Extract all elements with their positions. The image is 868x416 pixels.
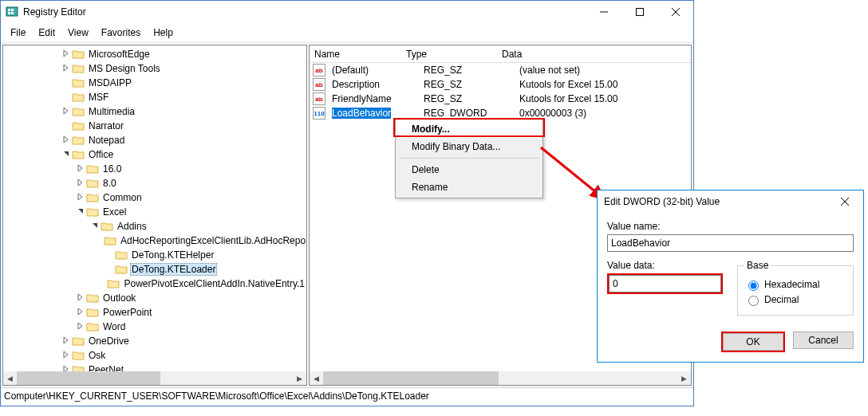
- base-group: Base Hexadecimal Decimal: [737, 260, 854, 316]
- tree-item[interactable]: MicrosoftEdge: [3, 47, 306, 61]
- tree-expander[interactable]: [75, 322, 86, 332]
- value-data: 0x00000003 (3): [515, 108, 691, 119]
- dialog-close-button[interactable]: [833, 190, 857, 213]
- dialog-titlebar[interactable]: Edit DWORD (32-bit) Value: [598, 190, 863, 213]
- tree-item[interactable]: MS Design Tools: [3, 61, 306, 76]
- value-name: LoadBehavior: [332, 108, 391, 119]
- window-title: Registry Editor: [23, 6, 586, 18]
- tree-label: Excel: [101, 206, 128, 218]
- tree-item[interactable]: Osk: [3, 348, 306, 363]
- tree-label: MSF: [87, 92, 110, 103]
- menu-favorites[interactable]: Favorites: [95, 25, 147, 41]
- titlebar[interactable]: Registry Editor: [1, 1, 693, 23]
- value-type: REG_DWORD: [419, 108, 515, 119]
- radio-hex[interactable]: [748, 281, 759, 291]
- tree-item[interactable]: AdHocReportingExcelClientLib.AdHocReport…: [3, 234, 306, 248]
- ctx-delete[interactable]: Delete: [397, 161, 541, 179]
- tree-item[interactable]: Narrator: [3, 119, 306, 133]
- tree-item[interactable]: Addins: [3, 219, 306, 234]
- maximize-button[interactable]: [621, 1, 657, 23]
- tree-item[interactable]: Excel: [3, 205, 306, 219]
- menu-help[interactable]: Help: [147, 25, 180, 41]
- col-header-data[interactable]: Data: [497, 46, 691, 62]
- cancel-button[interactable]: Cancel: [793, 332, 854, 349]
- tree-item[interactable]: OneDrive: [3, 334, 306, 348]
- registry-editor-window: Registry Editor File Edit View Favorites…: [0, 0, 694, 406]
- tree-item[interactable]: DeTong.KTELoader: [3, 262, 306, 277]
- tree-label: 8.0: [101, 178, 118, 189]
- value-data-input[interactable]: [609, 275, 721, 292]
- value-data: Kutools for Excel 15.00: [515, 93, 691, 104]
- col-header-type[interactable]: Type: [401, 46, 497, 62]
- tree-label: Outlook: [101, 292, 137, 304]
- tree-expander[interactable]: [89, 222, 101, 231]
- menu-view[interactable]: View: [61, 25, 95, 41]
- tree-expander[interactable]: [75, 164, 86, 174]
- value-type: REG_SZ: [419, 93, 515, 104]
- tree-pane[interactable]: MicrosoftEdgeMS Design ToolsMSDAIPPMSFMu…: [2, 45, 307, 386]
- scroll-thumb[interactable]: [17, 371, 160, 385]
- ctx-modify-binary[interactable]: Modify Binary Data...: [397, 138, 541, 155]
- tree-item[interactable]: PowerPivotExcelClientAddIn.NativeEntry.1: [3, 277, 306, 291]
- tree-expander[interactable]: [61, 49, 72, 59]
- tree-label: Common: [101, 192, 144, 203]
- value-data: Kutools for Excel 15.00: [515, 79, 691, 90]
- close-button[interactable]: [657, 1, 693, 23]
- tree-label: Narrator: [87, 120, 125, 131]
- svg-rect-6: [636, 9, 643, 16]
- scroll-left-icon[interactable]: ◀: [310, 371, 323, 385]
- value-icon: 110: [313, 107, 326, 120]
- app-icon: [6, 5, 18, 20]
- tree-expander[interactable]: [61, 107, 72, 116]
- tree-item[interactable]: Word: [3, 320, 306, 334]
- tree-expander[interactable]: [61, 135, 72, 145]
- list-row[interactable]: abDescriptionREG_SZKutools for Excel 15.…: [310, 77, 691, 92]
- scroll-left-icon[interactable]: ◀: [3, 371, 17, 385]
- tree-label: MicrosoftEdge: [87, 49, 152, 60]
- tree-item[interactable]: Multimedia: [3, 104, 306, 119]
- menu-file[interactable]: File: [4, 25, 32, 41]
- list-header: Name Type Data: [310, 45, 691, 63]
- tree-expander[interactable]: [61, 64, 72, 73]
- tree-expander[interactable]: [61, 351, 72, 360]
- tree-expander[interactable]: [75, 207, 86, 217]
- value-data: (value not set): [515, 65, 691, 76]
- tree-label: Word: [101, 321, 127, 332]
- list-hscrollbar[interactable]: ◀ ▶: [310, 371, 691, 385]
- tree-item[interactable]: 8.0: [3, 176, 306, 190]
- tree-expander[interactable]: [75, 293, 86, 303]
- tree-expander[interactable]: [75, 179, 86, 188]
- minimize-button[interactable]: [586, 1, 621, 23]
- scroll-thumb[interactable]: [323, 371, 499, 385]
- tree-label: Multimedia: [87, 106, 136, 117]
- tree-label: Office: [87, 149, 115, 160]
- tree-label: OneDrive: [87, 336, 131, 347]
- tree-item[interactable]: Common: [3, 190, 306, 205]
- tree-expander[interactable]: [75, 308, 86, 317]
- value-type: REG_SZ: [419, 79, 515, 90]
- tree-item[interactable]: Notepad: [3, 133, 306, 147]
- scroll-right-icon[interactable]: ▶: [293, 371, 306, 385]
- col-header-name[interactable]: Name: [310, 46, 401, 62]
- menu-edit[interactable]: Edit: [32, 25, 61, 41]
- tree-item[interactable]: DeTong.KTEHelper: [3, 248, 306, 262]
- tree-hscrollbar[interactable]: ◀ ▶: [3, 371, 306, 385]
- list-row[interactable]: abFriendlyNameREG_SZKutools for Excel 15…: [310, 92, 691, 106]
- tree-expander[interactable]: [61, 150, 72, 159]
- list-row[interactable]: ab(Default)REG_SZ(value not set): [310, 63, 691, 77]
- tree-item[interactable]: Outlook: [3, 291, 306, 305]
- ok-button[interactable]: OK: [723, 333, 783, 351]
- scroll-right-icon[interactable]: ▶: [677, 371, 691, 385]
- status-path: Computer\HKEY_CURRENT_USER\SOFTWARE\Micr…: [4, 390, 429, 402]
- tree-item[interactable]: 16.0: [3, 162, 306, 176]
- tree-item[interactable]: Office: [3, 147, 306, 162]
- ctx-rename[interactable]: Rename: [397, 179, 541, 196]
- tree-item[interactable]: MSF: [3, 90, 306, 104]
- tree-expander[interactable]: [61, 336, 72, 346]
- tree-item[interactable]: PowerPoint: [3, 305, 306, 320]
- radio-dec[interactable]: [748, 296, 759, 306]
- tree-expander[interactable]: [75, 193, 86, 202]
- value-name-input[interactable]: [607, 234, 854, 252]
- tree-item[interactable]: MSDAIPP: [3, 76, 306, 90]
- ctx-modify[interactable]: Modify...: [397, 120, 541, 138]
